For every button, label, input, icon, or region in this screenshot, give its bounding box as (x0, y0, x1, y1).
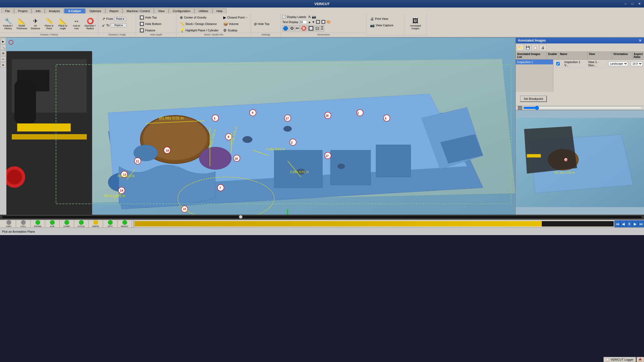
text-icon-b[interactable]: 🔲 (321, 20, 325, 24)
svg-text:1: 1 (357, 111, 359, 115)
svg-point-21 (284, 126, 292, 131)
sidebar-btn-3[interactable]: ⊞ (1, 50, 6, 56)
slider-thumb-btn[interactable] (518, 106, 522, 110)
from-point-button[interactable]: ↗ From Point ▾ (100, 16, 129, 22)
diameter-radius-button[interactable]: ⭕ Diameter /Radius (84, 17, 97, 31)
volume-button[interactable]: 📦 Volume (221, 21, 250, 27)
labels-icon-b[interactable]: 📷 (312, 15, 316, 19)
tab-utilities[interactable]: Utilities (195, 8, 212, 13)
dim-icon-6[interactable]: ⊡ (315, 25, 320, 31)
tab-info[interactable]: Info (32, 8, 45, 13)
enable-checkbox[interactable] (556, 62, 560, 65)
text-size-input[interactable] (299, 20, 307, 24)
plane-to-angle-button[interactable]: 📐 Plane toAngle (56, 17, 69, 31)
ribbon-group-print: 🖨 Print View 📷 View Capture (367, 13, 404, 37)
sidebar-btn-4[interactable]: ↩ (1, 56, 6, 62)
plane-to-point-icon: 📏 (46, 18, 53, 24)
log-bar: Pick an Annotation Plane 📋 VERICUT Logge… (0, 228, 644, 235)
print-view-button[interactable]: 🖨 Print View (368, 16, 395, 22)
orientation-select[interactable]: Landscape Portrait (608, 61, 628, 66)
logger-button[interactable]: 📋 VERICUT Logger (603, 357, 636, 362)
hole-top-button[interactable]: 🔲 Hole Top (138, 14, 163, 20)
annotated-images-button[interactable]: 🖼 AnnotatedImages (406, 17, 425, 31)
opti-dot (108, 220, 113, 225)
tab-optimize[interactable]: Optimize (86, 8, 105, 13)
hole-bottom-button[interactable]: 🔲 Hole Bottom (138, 21, 163, 27)
3d-viewport[interactable]: Ø1.58± 0.01 in 8 10 11 13 14 15 3 4 (6, 38, 515, 215)
limit-indicator: LIMIT (2, 220, 16, 228)
view-capture-button[interactable]: 📷 View Capture (368, 22, 395, 28)
svg-text:4: 4 (252, 111, 254, 114)
nav-skip-start[interactable]: ⏮ (614, 220, 620, 227)
inspection-1-item[interactable]: Inspection 1 (516, 60, 553, 64)
to-point-button[interactable]: ↙ To Point ▾ (100, 22, 129, 28)
nav-play[interactable]: ▶ (632, 220, 638, 227)
feature-history-button[interactable]: 🔧 Feature /History (2, 17, 14, 31)
text-up-btn[interactable]: ▲ (308, 20, 311, 24)
plane-to-point-button[interactable]: 📏 Plane toPoint (43, 17, 56, 31)
tab-analysis[interactable]: Analysis (45, 8, 64, 13)
dim-icon-3[interactable]: ✏ (295, 25, 300, 31)
set-breakpoint-button[interactable]: Set Breakpoint (520, 96, 547, 102)
air-distance-button[interactable]: ✈ AirDistance (29, 17, 42, 31)
display-labels-checkbox[interactable]: ✓ (282, 15, 286, 19)
ribbon-group-feature-history: 🔧 Feature /History 📐 ModelThickness ✈ Ai… (0, 13, 98, 37)
orientation-cell[interactable]: Landscape Portrait (607, 61, 630, 67)
maximize-button[interactable]: □ (629, 1, 636, 7)
tab-report[interactable]: Report (105, 8, 122, 13)
sidebar-btn-5[interactable]: ⚙ (1, 62, 6, 68)
labels-icon-a[interactable]: A (308, 15, 311, 19)
tab-file[interactable]: File (1, 8, 14, 13)
panel-range-slider[interactable] (523, 107, 642, 109)
sidebar-btn-1[interactable]: ▶ (1, 39, 6, 44)
panel-new-btn[interactable]: 📁 (517, 45, 524, 50)
main-slider-track[interactable] (2, 216, 642, 218)
svg-text:16: 16 (235, 157, 238, 160)
dim-icon-1[interactable]: 🔵 (282, 25, 289, 31)
panel-print-btn[interactable]: 🖨 (539, 45, 546, 50)
aspect-select[interactable]: 16:9 4:3 1:1 (631, 61, 643, 66)
text-icon-a[interactable]: 🔲 (316, 20, 320, 24)
tab-xcaliper[interactable]: X-Caliper (64, 8, 85, 13)
diameter-radius-icon: ⭕ (87, 18, 94, 24)
print-icon: 🖨 (370, 17, 374, 21)
close-button[interactable]: ✕ (636, 1, 643, 7)
col-enable: Enable (547, 52, 559, 59)
logger-export-btn[interactable]: 📤 (636, 357, 644, 362)
tab-view[interactable]: View (154, 8, 169, 13)
panel-close-button[interactable]: ✕ (639, 38, 642, 43)
nav-prev[interactable]: ◀ (620, 220, 626, 227)
svg-point-47 (290, 139, 296, 145)
nav-skip-end[interactable]: ⏭ (638, 220, 644, 227)
dim-icon-7[interactable]: Σ (320, 25, 324, 31)
dim-icon-5[interactable]: 🔲 (308, 25, 314, 31)
closest-point-button[interactable]: ▶ Closest Point in (221, 14, 250, 20)
tab-machine-control[interactable]: Machine / Control (123, 8, 154, 13)
text-icon-c[interactable]: 🎨 (327, 20, 331, 24)
svg-rect-14 (376, 145, 411, 177)
nav-pause[interactable]: ⏸ (626, 220, 632, 227)
aspect-cell[interactable]: 16:9 4:3 1:1 (630, 61, 644, 67)
stock-design-distance-button[interactable]: 📏 Stock / Design Distance (178, 21, 221, 27)
svg-text:R0.20± 0.01: R0.20± 0.01 (118, 174, 135, 178)
tab-help[interactable]: Help (213, 8, 227, 13)
svg-text:3: 3 (214, 117, 215, 120)
dim-icon-2[interactable]: ⚙ (290, 25, 294, 31)
center-gravity-button[interactable]: ⊕ Center of Gravity (178, 14, 221, 20)
progress-bar-fill (135, 221, 542, 226)
panel-copy-btn[interactable]: 📋 (532, 45, 539, 50)
svg-rect-7 (14, 81, 36, 123)
sidebar-btn-2[interactable]: 🔍 (1, 45, 6, 50)
tab-configuration[interactable]: Configuration (169, 8, 194, 13)
text-down-btn[interactable]: ▼ (312, 20, 315, 24)
dim-icon-4[interactable]: ⭕ (301, 25, 307, 31)
main-slider-thumb[interactable] (239, 215, 243, 219)
axis-to-axis-button[interactable]: ↔ Axis toAxis (70, 17, 83, 31)
minimize-button[interactable]: ─ (622, 1, 629, 7)
svg-text:10: 10 (565, 159, 568, 161)
panel-save-btn[interactable]: 💾 (524, 45, 531, 50)
model-thickness-button[interactable]: 📐 ModelThickness (15, 17, 28, 31)
tab-project[interactable]: Project (14, 8, 31, 13)
svg-text:0.43± 0.01 in: 0.43± 0.01 in (266, 147, 285, 151)
display-labels-check[interactable]: ✓ Display Labels A 📷 (282, 14, 331, 19)
